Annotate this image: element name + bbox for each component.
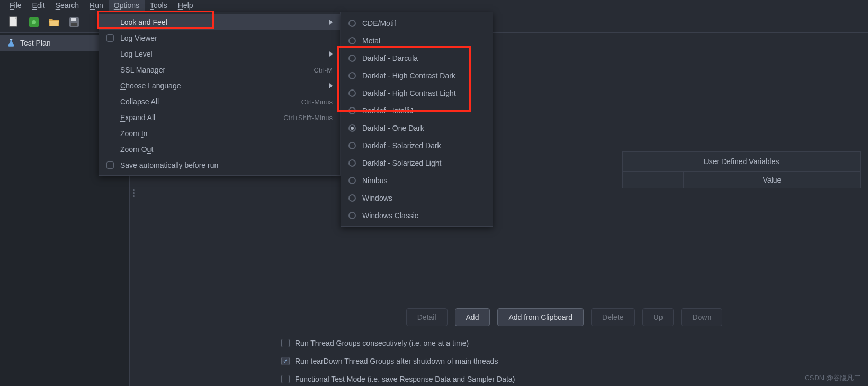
laf-nimbus[interactable]: Nimbus [341, 172, 493, 189]
svg-rect-7 [10, 39, 13, 40]
menu-file[interactable]: File [4, 0, 27, 12]
menu-save-automatically[interactable]: Save automatically before run [99, 157, 340, 173]
menu-tools[interactable]: Tools [145, 0, 173, 12]
checkbox-icon [106, 161, 114, 169]
laf-solarized-dark[interactable]: Darklaf - Solarized Dark [341, 137, 493, 154]
menu-choose-language[interactable]: Choose Language [99, 78, 340, 94]
check-label: Functional Test Mode (i.e. save Response… [295, 375, 515, 383]
up-button[interactable]: Up [642, 308, 674, 326]
options-dropdown: Look and Feel Log Viewer Log Level SSL M… [99, 12, 341, 176]
menu-collapse-all[interactable]: Collapse AllCtrl-Minus [99, 94, 340, 110]
splitter-handle[interactable] [130, 186, 137, 201]
laf-cde-motif[interactable]: CDE/Motif [341, 14, 493, 32]
menu-expand-all[interactable]: Expand AllCtrl+Shift-Minus [99, 110, 340, 125]
flask-icon [6, 38, 16, 48]
radio-icon [348, 55, 356, 62]
open-folder-icon[interactable] [47, 15, 61, 30]
laf-windows-classic[interactable]: Windows Classic [341, 207, 493, 224]
menu-edit[interactable]: Edit [27, 0, 50, 12]
templates-icon[interactable] [26, 15, 41, 30]
menu-ssl-manager[interactable]: SSL ManagerCtrl-M [99, 62, 340, 78]
checkbox-icon [106, 34, 114, 42]
menu-zoom-in[interactable]: Zoom In [99, 125, 340, 141]
radio-icon [348, 194, 356, 202]
arrow-right-icon [329, 20, 333, 25]
menu-log-viewer[interactable]: Log Viewer [99, 30, 340, 46]
radio-icon [348, 72, 356, 79]
menu-log-level[interactable]: Log Level [99, 46, 340, 62]
svg-rect-5 [71, 18, 76, 21]
menu-look-and-feel[interactable]: Look and Feel [99, 14, 340, 30]
check-label: Run Thread Groups consecutively (i.e. on… [295, 339, 469, 347]
radio-icon [348, 177, 356, 184]
add-button[interactable]: Add [455, 308, 490, 326]
radio-icon [348, 159, 356, 167]
laf-high-contrast-light[interactable]: Darklaf - High Contrast Light [341, 84, 493, 102]
radio-icon [348, 37, 356, 44]
udv-table-header: Value [622, 172, 861, 188]
run-consecutively-checkbox[interactable]: Run Thread Groups consecutively (i.e. on… [281, 339, 515, 347]
look-and-feel-submenu: CDE/Motif Metal Darklaf - Darcula Darkla… [341, 12, 493, 227]
svg-rect-6 [71, 23, 77, 26]
new-file-icon[interactable] [6, 15, 21, 30]
radio-icon [348, 107, 356, 114]
arrow-right-icon [329, 83, 333, 88]
delete-button[interactable]: Delete [591, 308, 634, 326]
radio-icon [348, 212, 356, 219]
laf-windows[interactable]: Windows [341, 189, 493, 207]
menu-help[interactable]: Help [173, 0, 199, 12]
user-defined-variables-header: User Defined Variables [622, 151, 861, 172]
down-button[interactable]: Down [681, 308, 722, 326]
radio-icon [348, 124, 356, 132]
radio-icon [348, 89, 356, 97]
detail-button[interactable]: Detail [406, 308, 448, 326]
laf-high-contrast-dark[interactable]: Darklaf - High Contrast Dark [341, 67, 493, 84]
menubar: File Edit Search Run Options Tools Help [0, 0, 868, 12]
laf-metal[interactable]: Metal [341, 32, 493, 49]
laf-darcula[interactable]: Darklaf - Darcula [341, 49, 493, 67]
svg-point-3 [32, 20, 36, 24]
tree-item-label: Test Plan [20, 39, 51, 47]
functional-test-mode-checkbox[interactable]: Functional Test Mode (i.e. save Response… [281, 375, 515, 383]
laf-intellij[interactable]: Darklaf - IntelliJ [341, 102, 493, 119]
radio-icon [348, 142, 356, 149]
check-label: Run tearDown Thread Groups after shutdow… [295, 357, 498, 365]
laf-one-dark[interactable]: Darklaf - One Dark [341, 119, 493, 137]
arrow-right-icon [329, 51, 333, 57]
menu-run[interactable]: Run [84, 0, 109, 12]
watermark: CSDN @谷隐凡二 [804, 373, 861, 383]
column-name[interactable] [622, 172, 684, 188]
menu-zoom-out[interactable]: Zoom Out [99, 141, 340, 157]
menu-search[interactable]: Search [50, 0, 84, 12]
button-row: Detail Add Add from Clipboard Delete Up … [268, 308, 861, 326]
laf-solarized-light[interactable]: Darklaf - Solarized Light [341, 154, 493, 172]
menu-options[interactable]: Options [109, 0, 145, 12]
add-from-clipboard-button[interactable]: Add from Clipboard [497, 308, 584, 326]
column-value[interactable]: Value [684, 172, 861, 188]
save-icon[interactable] [67, 15, 82, 30]
radio-icon [348, 20, 356, 27]
run-teardown-checkbox[interactable]: Run tearDown Thread Groups after shutdow… [281, 357, 515, 365]
